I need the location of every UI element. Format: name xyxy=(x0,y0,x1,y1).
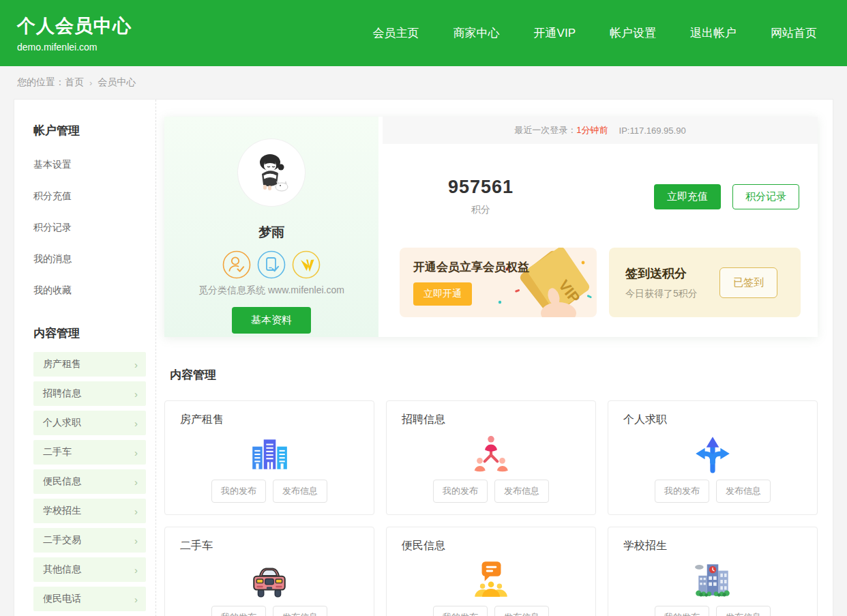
breadcrumb-separator-icon: › xyxy=(89,78,92,88)
sidebar-item-label: 房产租售 xyxy=(43,358,81,370)
sidebar-item-other-info[interactable]: 其他信息› xyxy=(33,557,146,582)
sidebar-item-local-info[interactable]: 便民信息› xyxy=(33,469,146,494)
basic-info-button[interactable]: 基本资料 xyxy=(232,307,311,334)
vip-level-icon[interactable] xyxy=(292,250,321,279)
direction-arrows-icon xyxy=(692,432,734,475)
nav-merchant-center[interactable]: 商家中心 xyxy=(454,25,500,41)
chevron-right-icon: › xyxy=(134,505,138,517)
signin-title: 签到送积分 xyxy=(625,265,698,282)
publish-button[interactable]: 发布信息 xyxy=(716,606,771,616)
last-login-value: 1分钟前 xyxy=(576,124,608,136)
profile-card: 梦雨 xyxy=(164,117,378,337)
points-records-button[interactable]: 积分记录 xyxy=(732,184,799,209)
site-domain: demo.mifenlei.com xyxy=(17,42,132,53)
chevron-right-icon: › xyxy=(134,564,138,576)
publish-button[interactable]: 发布信息 xyxy=(273,606,327,616)
logo-block[interactable]: 个人会员中心 demo.mifenlei.com xyxy=(17,14,132,53)
points-row: 957561 积分 立即充值 积分记录 xyxy=(383,177,818,216)
content-cards-grid: 房产租售 我的发布 xyxy=(164,400,818,616)
avatar[interactable] xyxy=(238,139,305,206)
sidebar-item-my-messages[interactable]: 我的消息 xyxy=(33,244,146,275)
sidebar-account-heading: 帐户管理 xyxy=(33,123,146,138)
vip-banner-title: 开通会员立享会员权益 xyxy=(413,259,583,275)
publish-button[interactable]: 发布信息 xyxy=(494,606,549,616)
sidebar-item-label: 招聘信息 xyxy=(43,387,81,400)
site-description: 觅分类信息系统 www.mifenlei.com xyxy=(198,284,344,297)
publish-button[interactable]: 发布信息 xyxy=(494,480,549,503)
car-icon xyxy=(248,559,291,601)
chevron-right-icon: › xyxy=(134,476,138,488)
login-ip: IP:117.169.95.90 xyxy=(619,126,686,136)
signin-banner: 签到送积分 今日获得了5积分 已签到 xyxy=(609,248,801,317)
sidebar-item-basic-settings[interactable]: 基本设置 xyxy=(33,149,146,181)
sidebar: 帐户管理 基本设置 积分充值 积分记录 我的消息 我的收藏 内容管理 房产租售›… xyxy=(14,100,156,616)
signin-text-block: 签到送积分 今日获得了5积分 xyxy=(625,265,698,300)
my-posts-button[interactable]: 我的发布 xyxy=(655,480,709,503)
nav-account-settings[interactable]: 帐户设置 xyxy=(610,25,656,41)
points-value: 957561 xyxy=(448,177,514,198)
publish-button[interactable]: 发布信息 xyxy=(273,480,327,503)
chevron-right-icon: › xyxy=(134,593,138,605)
nav-member-home[interactable]: 会员主页 xyxy=(373,25,419,41)
dashboard: 梦雨 xyxy=(164,117,818,337)
avatar-illustration xyxy=(247,148,296,197)
my-posts-button[interactable]: 我的发布 xyxy=(211,480,266,503)
signin-subtitle: 今日获得了5积分 xyxy=(625,288,698,300)
nav-logout[interactable]: 退出帐户 xyxy=(690,25,737,41)
phone-verified-icon[interactable] xyxy=(257,250,286,279)
chevron-right-icon: › xyxy=(134,388,138,400)
page-title: 个人会员中心 xyxy=(17,14,132,38)
chevron-right-icon: › xyxy=(134,535,138,546)
buildings-icon xyxy=(248,432,291,475)
points-label: 积分 xyxy=(448,204,514,216)
content-section-heading: 内容管理 xyxy=(170,367,818,383)
card-title: 房产租售 xyxy=(165,413,374,427)
my-posts-button[interactable]: 我的发布 xyxy=(433,606,488,616)
vip-banner[interactable]: 开通会员立享会员权益 立即开通 VIP xyxy=(400,248,597,317)
card-title: 便民信息 xyxy=(387,539,595,553)
sidebar-item-points-records[interactable]: 积分记录 xyxy=(33,212,146,244)
open-vip-button[interactable]: 立即开通 xyxy=(413,282,472,306)
sidebar-item-label: 其他信息 xyxy=(43,563,81,576)
nav-site-home[interactable]: 网站首页 xyxy=(771,25,817,41)
sidebar-item-property[interactable]: 房产租售› xyxy=(33,352,146,377)
chevron-right-icon: › xyxy=(134,359,138,370)
sidebar-item-jobs[interactable]: 招聘信息› xyxy=(33,381,146,406)
publish-button[interactable]: 发布信息 xyxy=(716,480,771,503)
last-login-label: 最近一次登录： xyxy=(514,124,576,136)
sidebar-item-points-recharge[interactable]: 积分充值 xyxy=(33,181,146,212)
card-used-cars: 二手车 xyxy=(164,527,374,616)
chevron-right-icon: › xyxy=(134,417,138,429)
sidebar-item-school-admission[interactable]: 学校招生› xyxy=(33,499,146,523)
chat-crowd-icon xyxy=(470,559,512,601)
breadcrumb: 您的位置：首页 › 会员中心 xyxy=(0,66,847,99)
sidebar-item-label: 便民信息 xyxy=(43,475,81,488)
card-local-info: 便民信息 我的发布 xyxy=(386,527,596,616)
my-posts-button[interactable]: 我的发布 xyxy=(211,606,266,616)
content-panel: 帐户管理 基本设置 积分充值 积分记录 我的消息 我的收藏 内容管理 房产租售›… xyxy=(14,99,833,616)
sidebar-item-job-seeking[interactable]: 个人求职› xyxy=(33,411,146,435)
card-title: 招聘信息 xyxy=(387,413,595,427)
card-title: 个人求职 xyxy=(608,413,817,427)
people-org-icon xyxy=(470,432,512,475)
signed-in-button[interactable]: 已签到 xyxy=(719,267,777,298)
sidebar-item-label: 二手交易 xyxy=(43,534,81,546)
chevron-right-icon: › xyxy=(134,447,138,458)
my-posts-button[interactable]: 我的发布 xyxy=(433,480,488,503)
nav-open-vip[interactable]: 开通VIP xyxy=(534,25,576,41)
breadcrumb-home-link[interactable]: 首页 xyxy=(65,76,84,89)
sidebar-item-used-cars[interactable]: 二手车› xyxy=(33,440,146,465)
sidebar-item-secondhand-trade[interactable]: 二手交易› xyxy=(33,528,146,553)
points-block: 957561 积分 xyxy=(448,177,514,216)
sidebar-item-label: 学校招生 xyxy=(43,505,81,517)
sidebar-item-my-favorites[interactable]: 我的收藏 xyxy=(33,275,146,306)
person-check-icon[interactable] xyxy=(222,250,251,279)
recharge-button[interactable]: 立即充值 xyxy=(654,184,721,209)
main-area: 梦雨 xyxy=(156,100,833,616)
sidebar-item-label: 二手车 xyxy=(43,446,72,458)
card-title: 学校招生 xyxy=(608,539,817,553)
account-menu: 基本设置 积分充值 积分记录 我的消息 我的收藏 xyxy=(33,149,146,306)
top-header: 个人会员中心 demo.mifenlei.com 会员主页 商家中心 开通VIP… xyxy=(0,0,847,66)
my-posts-button[interactable]: 我的发布 xyxy=(655,606,709,616)
sidebar-item-phone-numbers[interactable]: 便民电话› xyxy=(33,587,146,611)
